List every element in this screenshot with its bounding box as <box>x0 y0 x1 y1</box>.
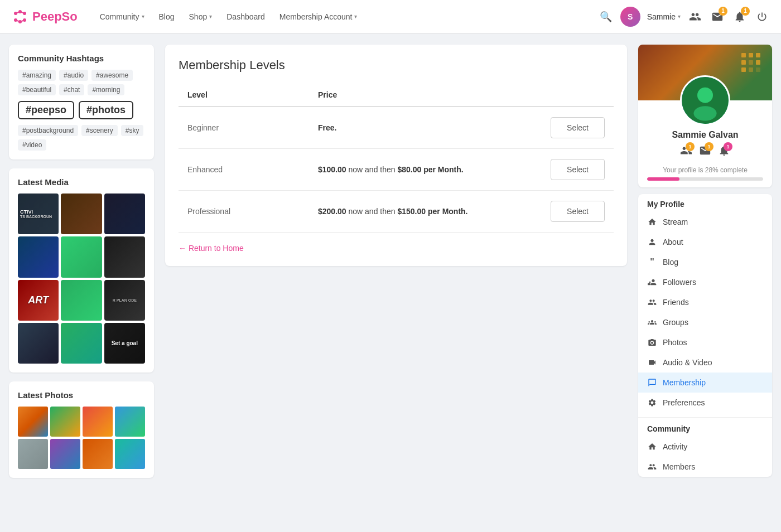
photo-thumb[interactable] <box>83 407 113 437</box>
hashtag-morning[interactable]: #morning <box>88 84 124 95</box>
hashtags-list: #amazing #audio #awesome #beautiful #cha… <box>18 70 145 151</box>
profile-avatar[interactable] <box>680 75 730 125</box>
svg-rect-17 <box>749 67 753 72</box>
hashtag-scenery[interactable]: #scenery <box>81 125 118 136</box>
menu-label-groups: Groups <box>663 318 688 327</box>
quote-icon: " <box>647 257 657 267</box>
media-thumb[interactable] <box>61 194 102 234</box>
menu-item-friends[interactable]: Friends <box>638 292 772 312</box>
return-to-home-link[interactable]: ← Return to Home <box>179 244 244 253</box>
menu-item-followers[interactable]: Followers <box>638 272 772 292</box>
menu-label-preferences: Preferences <box>663 398 705 407</box>
svg-point-20 <box>697 88 713 103</box>
svg-rect-18 <box>756 67 760 72</box>
menu-label-blog: Blog <box>663 258 678 267</box>
logo[interactable]: PeepSo <box>11 8 78 26</box>
profile-notifications-icon[interactable]: 1 <box>718 144 730 159</box>
profile-progress-text: Your profile is 28% complete <box>647 166 763 174</box>
photo-thumb[interactable] <box>50 407 80 437</box>
level-row-enhanced: Enhanced $100.00 now and then $80.00 per… <box>179 149 614 191</box>
video-icon <box>647 357 657 367</box>
profile-icons-row: 1 1 1 <box>638 140 772 164</box>
nav-blog[interactable]: Blog <box>153 9 180 25</box>
left-sidebar: Community Hashtags #amazing #audio #awes… <box>9 45 154 478</box>
hashtag-amazing[interactable]: #amazing <box>18 70 56 81</box>
select-enhanced-button[interactable]: Select <box>551 159 605 180</box>
profile-friends-icon[interactable]: 1 <box>680 144 692 159</box>
select-professional-button[interactable]: Select <box>551 201 605 222</box>
user-name-display[interactable]: Sammie ▾ <box>647 12 681 21</box>
hashtags-title: Community Hashtags <box>18 54 145 63</box>
nav-membership-account[interactable]: Membership Account ▾ <box>274 9 363 25</box>
nav-shop[interactable]: Shop ▾ <box>184 9 218 25</box>
hashtag-postbackground[interactable]: #postbackground <box>18 125 78 136</box>
menu-item-membership[interactable]: Membership <box>638 373 772 393</box>
nav-community[interactable]: Community ▾ <box>94 9 150 25</box>
svg-rect-11 <box>749 53 753 57</box>
header: PeepSo Community ▾ Blog Shop ▾ Dashboard… <box>0 0 781 33</box>
friends-icon[interactable] <box>687 9 703 25</box>
menu-item-stream[interactable]: Stream <box>638 212 772 232</box>
activity-home-icon <box>647 442 657 452</box>
photo-thumb[interactable] <box>50 439 80 469</box>
menu-item-groups[interactable]: Groups <box>638 312 772 332</box>
profile-messages-icon[interactable]: 1 <box>699 144 711 159</box>
logo-text: PeepSo <box>32 9 78 24</box>
hashtag-video[interactable]: #video <box>18 139 46 151</box>
hashtag-awesome[interactable]: #awesome <box>91 70 133 81</box>
menu-item-members[interactable]: Members <box>638 457 772 477</box>
power-icon[interactable] <box>754 9 770 25</box>
media-thumb[interactable]: CTIVI TS BACKGROUN <box>18 194 59 234</box>
photo-thumb[interactable] <box>18 407 48 437</box>
hashtag-sky[interactable]: #sky <box>121 125 144 136</box>
membership-icon <box>647 378 657 388</box>
menu-item-audio-video[interactable]: Audio & Video <box>638 352 772 373</box>
hashtag-beautiful[interactable]: #beautiful <box>18 84 56 95</box>
svg-point-21 <box>693 106 716 120</box>
svg-rect-13 <box>741 60 746 65</box>
media-thumb[interactable] <box>18 236 59 277</box>
hashtag-chat[interactable]: #chat <box>59 84 84 95</box>
menu-label-members: Members <box>663 462 695 471</box>
profile-name: Sammie Galvan <box>638 130 772 140</box>
right-sidebar: Sammie Galvan 1 1 1 Your profile is 28% <box>638 45 772 478</box>
media-thumb[interactable] <box>18 323 59 364</box>
media-thumb[interactable]: Set a goal <box>104 323 145 364</box>
menu-item-activity[interactable]: Activity <box>638 437 772 457</box>
menu-item-photos[interactable]: Photos <box>638 332 772 352</box>
menu-item-blog[interactable]: " Blog <box>638 252 772 272</box>
hashtag-audio[interactable]: #audio <box>59 70 88 81</box>
nav-dashboard[interactable]: Dashboard <box>221 9 271 25</box>
groups-icon <box>647 317 657 327</box>
menu-label-followers: Followers <box>663 278 696 287</box>
media-thumb[interactable]: ART <box>18 280 59 321</box>
notifications-icon[interactable]: 1 <box>732 9 748 25</box>
media-thumb[interactable] <box>61 280 102 321</box>
menu-item-preferences[interactable]: Preferences <box>638 393 772 413</box>
membership-card: Membership Levels Level Price Beginner <box>165 45 627 266</box>
menu-label-activity: Activity <box>663 442 687 451</box>
media-thumb[interactable] <box>61 323 102 364</box>
messages-icon[interactable]: 1 <box>710 9 725 25</box>
price-beginner: Free. <box>318 123 336 132</box>
photo-thumb[interactable] <box>115 439 145 469</box>
hashtag-peepso[interactable]: #peepso <box>18 101 74 119</box>
search-icon[interactable]: 🔍 <box>598 9 614 25</box>
media-thumb[interactable] <box>61 236 102 277</box>
photo-thumb[interactable] <box>83 439 113 469</box>
col-level: Level <box>179 84 309 107</box>
menu-item-about[interactable]: About <box>638 232 772 252</box>
media-thumb[interactable] <box>104 194 145 234</box>
media-thumb[interactable]: R PLAN ODE <box>104 280 145 321</box>
svg-rect-14 <box>749 60 753 65</box>
select-beginner-button[interactable]: Select <box>551 117 605 138</box>
chevron-down-icon: ▾ <box>209 13 212 20</box>
media-grid: CTIVI TS BACKGROUN ART R PLAN ODE <box>18 194 145 364</box>
hashtag-photos[interactable]: #photos <box>79 101 133 119</box>
media-thumb[interactable] <box>104 236 145 277</box>
user-avatar[interactable]: S <box>620 7 640 27</box>
latest-media-widget: Latest Media CTIVI TS BACKGROUN ART <box>9 168 154 373</box>
membership-levels-table: Level Price Beginner Free. <box>179 84 614 233</box>
photo-thumb[interactable] <box>115 407 145 437</box>
photo-thumb[interactable] <box>18 439 48 469</box>
